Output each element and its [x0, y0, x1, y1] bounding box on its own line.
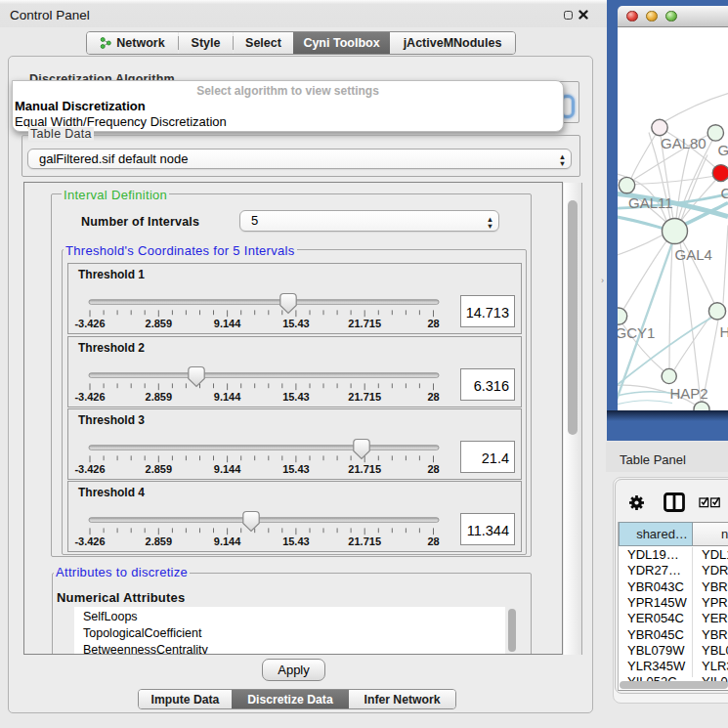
svg-text:-3.426: -3.426: [74, 318, 105, 329]
svg-text:-3.426: -3.426: [74, 535, 105, 547]
svg-text:H: H: [720, 322, 728, 339]
svg-text:9.144: 9.144: [214, 391, 241, 403]
svg-text:28: 28: [427, 391, 439, 403]
svg-text:GAL80: GAL80: [661, 134, 707, 150]
svg-text:HAP2: HAP2: [670, 385, 708, 402]
svg-text:2.859: 2.859: [146, 535, 173, 547]
svg-text:GAL11: GAL11: [628, 193, 673, 210]
svg-text:GAL4: GAL4: [675, 246, 712, 263]
svg-text:2.859: 2.859: [146, 318, 173, 329]
svg-text:-3.426: -3.426: [74, 391, 105, 403]
svg-text:C: C: [721, 184, 728, 200]
svg-text:21.715: 21.715: [348, 463, 381, 475]
svg-text:2.859: 2.859: [146, 463, 173, 475]
svg-text:GA: GA: [718, 141, 728, 157]
svg-text:28: 28: [427, 318, 439, 329]
svg-text:15.43: 15.43: [282, 463, 310, 475]
svg-text:2.859: 2.859: [146, 391, 173, 403]
svg-text:28: 28: [427, 535, 439, 547]
svg-text:21.715: 21.715: [348, 535, 381, 547]
svg-text:21.715: 21.715: [348, 318, 381, 329]
svg-text:-3.426: -3.426: [74, 463, 105, 475]
svg-text:15.43: 15.43: [282, 535, 310, 547]
svg-text:15.43: 15.43: [282, 391, 310, 403]
svg-text:28: 28: [427, 463, 439, 475]
svg-text:9.144: 9.144: [214, 463, 241, 475]
svg-text:9.144: 9.144: [214, 535, 241, 547]
svg-text:15.43: 15.43: [282, 318, 310, 329]
svg-text:GCY1: GCY1: [618, 323, 655, 340]
svg-text:9.144: 9.144: [214, 318, 241, 329]
svg-text:21.715: 21.715: [348, 391, 381, 403]
